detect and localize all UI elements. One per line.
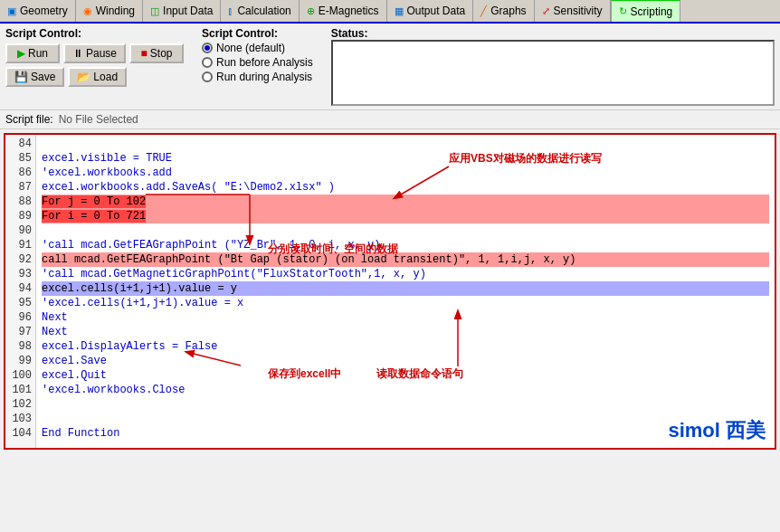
- tab-geometry[interactable]: ▣ Geometry: [0, 0, 76, 22]
- tab-sensitivity-label: Sensitivity: [554, 5, 603, 17]
- line-101: 'excel.workbooks.Close: [42, 383, 769, 397]
- tab-graphs[interactable]: ╱ Graphs: [473, 0, 534, 22]
- radio-group-label: Script Control:: [202, 27, 313, 40]
- radio-during[interactable]: Run during Analysis: [202, 71, 313, 83]
- tab-sensitivity[interactable]: ⤢ Sensitivity: [535, 0, 611, 22]
- radio-none-label: None (default): [216, 42, 285, 54]
- calculation-icon: ⫿: [228, 5, 233, 16]
- tab-emagnetics-label: E-Magnetics: [319, 5, 379, 17]
- line-92: call mcad.GetFEAGraphPoint ("Bt Gap (sta…: [42, 252, 769, 267]
- radio-during-dot[interactable]: [202, 71, 213, 82]
- script-control-panel: Script Control: ▶ Run ⏸ Pause ■ Stop 💾 S…: [0, 24, 780, 110]
- run-button[interactable]: ▶ Run: [5, 43, 60, 63]
- script-file-row: Script file: No File Selected: [0, 110, 780, 129]
- output-data-icon: ▦: [395, 5, 404, 17]
- line-93: 'call mcad.GetMagneticGraphPoint("FluxSt…: [42, 267, 769, 281]
- status-box: [331, 40, 775, 106]
- script-file-value: No File Selected: [59, 113, 138, 126]
- scripting-icon: ↻: [619, 5, 627, 17]
- tab-input-data[interactable]: ◫ Input Data: [143, 0, 221, 22]
- tab-calculation-label: Calculation: [237, 5, 290, 17]
- tab-winding-label: Winding: [96, 5, 135, 17]
- winding-icon: ◉: [83, 5, 92, 17]
- line-89: For i = 0 To 721: [42, 209, 769, 223]
- line-98: excel.DisplayAlerts = False: [42, 339, 769, 354]
- line-102: [42, 397, 769, 412]
- line-96: Next: [42, 310, 769, 325]
- line-95: 'excel.cells(i+1,j+1).value = x: [42, 296, 769, 310]
- tab-calculation[interactable]: ⫿ Calculation: [221, 0, 299, 22]
- line-103: [42, 412, 769, 426]
- load-button[interactable]: 📂 Load: [68, 67, 127, 87]
- line-85: excel.visible = TRUE: [42, 151, 769, 166]
- tab-winding[interactable]: ◉ Winding: [76, 0, 143, 22]
- control-left: Script Control: ▶ Run ⏸ Pause ■ Stop 💾 S…: [5, 27, 184, 106]
- stop-icon: ■: [141, 47, 147, 60]
- line-104: End Function: [42, 426, 769, 441]
- line-97: Next: [42, 325, 769, 339]
- code-lines: excel.visible = TRUE 'excel.workbooks.ad…: [36, 135, 775, 448]
- run-icon: ▶: [17, 47, 25, 60]
- graphs-icon: ╱: [480, 5, 487, 17]
- sensitivity-icon: ⤢: [542, 5, 550, 17]
- radio-group: Script Control: None (default) Run befor…: [193, 27, 313, 106]
- tab-geometry-label: Geometry: [20, 5, 68, 17]
- branding: simol 西美: [668, 417, 766, 444]
- secondary-buttons: 💾 Save 📂 Load: [5, 67, 184, 87]
- line-numbers: 84 85 86 87 88 89 90 91 92 93 94 95 96 9…: [5, 135, 36, 448]
- save-icon: 💾: [14, 71, 28, 83]
- status-panel: Status:: [331, 27, 775, 106]
- status-label: Status:: [331, 27, 775, 40]
- script-file-label: Script file:: [5, 113, 53, 126]
- line-84: [42, 137, 769, 151]
- tab-output-data[interactable]: ▦ Output Data: [387, 0, 474, 22]
- line-99: excel.Save: [42, 354, 769, 368]
- emagnetics-icon: ⊕: [307, 5, 315, 17]
- radio-before-dot[interactable]: [202, 57, 213, 68]
- line-86: 'excel.workbooks.add: [42, 166, 769, 180]
- tab-graphs-label: Graphs: [490, 5, 526, 17]
- line-88: For j = 0 To 102: [42, 195, 769, 209]
- geometry-icon: ▣: [7, 5, 16, 17]
- input-data-icon: ◫: [150, 5, 159, 17]
- tab-bar: ▣ Geometry ◉ Winding ◫ Input Data ⫿ Calc…: [0, 0, 780, 24]
- tab-input-data-label: Input Data: [163, 5, 213, 17]
- script-control-label: Script Control:: [5, 27, 184, 40]
- pause-button[interactable]: ⏸ Pause: [63, 43, 126, 63]
- tab-output-data-label: Output Data: [407, 5, 466, 17]
- load-icon: 📂: [77, 71, 90, 83]
- tab-scripting-label: Scripting: [631, 5, 673, 18]
- code-area: 84 85 86 87 88 89 90 91 92 93 94 95 96 9…: [4, 133, 776, 450]
- tab-emagnetics[interactable]: ⊕ E-Magnetics: [300, 0, 387, 22]
- line-90: [42, 223, 769, 238]
- line-94: excel.cells(i+1,j+1).value = y: [42, 281, 769, 296]
- pause-icon: ⏸: [72, 47, 83, 60]
- save-button[interactable]: 💾 Save: [5, 67, 64, 87]
- radio-before-label: Run before Analysis: [216, 56, 313, 69]
- tab-scripting[interactable]: ↻ Scripting: [611, 0, 681, 22]
- line-100: excel.Quit: [42, 368, 769, 383]
- radio-none-dot[interactable]: [202, 43, 213, 53]
- stop-button[interactable]: ■ Stop: [129, 43, 184, 63]
- line-91: 'call mcad.GetFEAGraphPoint ("YZ_Br", 1,…: [42, 238, 769, 252]
- primary-buttons: ▶ Run ⏸ Pause ■ Stop: [5, 43, 184, 63]
- line-87: excel.workbooks.add.SaveAs( "E:\Demo2.xl…: [42, 180, 769, 195]
- radio-none[interactable]: None (default): [202, 42, 313, 54]
- radio-before[interactable]: Run before Analysis: [202, 56, 313, 69]
- radio-during-label: Run during Analysis: [216, 71, 312, 83]
